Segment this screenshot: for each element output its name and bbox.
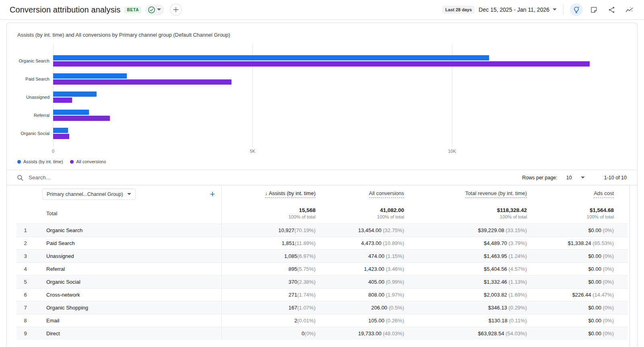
metric-cell: $1,463.95 (1.24%): [407, 253, 529, 259]
plus-icon: [173, 6, 179, 13]
metric-cell: $2,003.82 (1.69%): [407, 292, 529, 298]
channel-name: Direct: [34, 330, 60, 337]
metric-percent: (1.15%): [384, 253, 404, 259]
bar-group: [53, 88, 627, 106]
legend-dot-icon: [70, 160, 74, 164]
rows-per-page-select[interactable]: 10: [561, 173, 587, 182]
metric-cell: $5,404.56 (4.57%): [407, 266, 529, 272]
axis-tick-label: 10K: [448, 149, 456, 154]
metric-value: 2: [294, 318, 297, 324]
channel-name: Paid Search: [34, 240, 75, 246]
metric-cell: 0 (0%): [221, 327, 318, 340]
notes-button[interactable]: [587, 3, 601, 17]
metric-percent: (0%): [305, 330, 316, 337]
column-header-all-conversions[interactable]: All conversions: [318, 190, 407, 198]
metric-percent: (0%): [601, 227, 614, 233]
scrollbar-track[interactable]: [630, 185, 630, 347]
metric-cell: 405.00 (0.99%): [318, 279, 407, 285]
bar-all-conversions[interactable]: [53, 116, 110, 121]
metric-percent: (5.75%): [297, 266, 316, 272]
metric-value: 0: [301, 330, 304, 337]
sort-descending-icon: ↓: [265, 190, 268, 196]
metric-value: $0.00: [588, 318, 601, 324]
bar-assists[interactable]: [53, 73, 127, 79]
table-total-row: Total 15,568100% of total 41,082.00100% …: [17, 203, 627, 224]
trending-sparkline-icon: [625, 6, 634, 14]
column-header-total-revenue[interactable]: Total revenue (by int. time): [407, 190, 529, 198]
channel-name: Referral: [34, 266, 65, 272]
insights-button[interactable]: [570, 3, 583, 16]
row-index: 9: [17, 330, 34, 337]
metric-cell: $1,338.24 (85.53%): [529, 240, 616, 246]
metric-cell: 370 (2.38%): [221, 276, 318, 288]
table-row[interactable]: 3Unassigned1,085 (6.97%)474.00 (1.15%)$1…: [17, 249, 627, 262]
metric-percent: (0.99%): [384, 279, 404, 285]
metric-percent: (1.07%): [297, 305, 316, 311]
legend-item[interactable]: Assists (by int. time): [17, 159, 63, 164]
metric-percent: (48.03%): [382, 330, 404, 337]
legend-item[interactable]: All conversions: [70, 159, 106, 164]
metric-cell: $0.00 (0%): [529, 305, 616, 311]
metric-cell: 4,473.00 (10.89%): [318, 240, 407, 246]
metric-value: 1,085: [284, 253, 297, 259]
metric-cell: $0.00 (0%): [529, 253, 616, 259]
bar-assists[interactable]: [53, 128, 68, 133]
bar-chart: Organic SearchPaid SearchUnassignedRefer…: [17, 44, 627, 147]
bar-all-conversions[interactable]: [53, 61, 590, 66]
metric-percent: (3.46%): [384, 266, 404, 272]
metric-percent: (70.19%): [294, 227, 316, 233]
column-header-assists[interactable]: ↓Assists (by int. time): [221, 185, 318, 203]
legend-dot-icon: [17, 160, 21, 164]
bar-all-conversions[interactable]: [53, 134, 69, 139]
column-header-ads-cost[interactable]: Ads cost: [529, 190, 616, 198]
metric-cell: $63,928.54 (54.03%): [407, 330, 529, 337]
table-row[interactable]: 6Cross-network271 (1.74%)808.00 (1.97%)$…: [17, 288, 627, 301]
table-row[interactable]: 7Organic Shopping167 (1.07%)206.00 (0.5%…: [17, 301, 627, 314]
metric-value: $346.13: [488, 305, 507, 311]
metric-value: 1,851: [282, 240, 295, 246]
bar-assists[interactable]: [53, 55, 489, 60]
report-status-menu[interactable]: [145, 4, 164, 15]
date-range-picker[interactable]: Dec 15, 2025 - Jan 11, 2026: [479, 6, 557, 13]
table-row[interactable]: 9Direct0 (0%)19,733.00 (48.03%)$63,928.5…: [17, 327, 627, 340]
metric-cell: $346.13 (0.29%): [407, 305, 529, 311]
intelligence-button[interactable]: [622, 3, 636, 17]
dimension-selector[interactable]: Primary channel...Channel Group): [42, 189, 136, 200]
bar-assists[interactable]: [53, 91, 97, 97]
table-row[interactable]: 2Paid Search1,851 (11.89%)4,473.00 (10.8…: [17, 237, 627, 249]
beta-badge: BETA: [124, 6, 141, 13]
channel-name: Cross-network: [34, 292, 80, 298]
search-input[interactable]: [29, 175, 198, 181]
row-index: 7: [17, 305, 34, 311]
metric-value: 808.00: [368, 292, 384, 298]
metric-value: 1,423.00: [364, 266, 384, 272]
bar-all-conversions[interactable]: [53, 98, 72, 103]
bar-group: [53, 124, 627, 142]
chart-category-label: Paid Search: [17, 70, 53, 88]
metric-percent: (0.26%): [384, 318, 404, 324]
metric-value: $0.00: [588, 305, 601, 311]
bar-all-conversions[interactable]: [53, 79, 231, 85]
metric-percent: (0%): [601, 266, 614, 272]
metric-cell: $4,489.70 (3.79%): [407, 240, 529, 246]
metric-value: $0.00: [588, 330, 601, 337]
table-row[interactable]: 1Organic Search10,927 (70.19%)13,454.00 …: [17, 224, 627, 237]
report-card: Assists (by int. time) and All conversio…: [6, 23, 638, 347]
row-index: 5: [17, 279, 34, 285]
bar-assists[interactable]: [53, 110, 89, 115]
table-toolbar: Rows per page: 10 1-10 of 10: [7, 170, 637, 185]
metric-value: $0.00: [588, 266, 601, 272]
table-row[interactable]: 4Referral895 (5.75%)1,423.00 (3.46%)$5,4…: [17, 262, 627, 275]
metric-percent: (0%): [601, 318, 614, 324]
add-report-button[interactable]: [170, 4, 182, 16]
table-row[interactable]: 8Email2 (0.01%)105.00 (0.26%)$130.18 (0.…: [17, 314, 627, 327]
add-column-button[interactable]: +: [210, 190, 215, 199]
metric-value: 271: [289, 292, 297, 298]
share-button[interactable]: [605, 3, 618, 17]
metric-value: $0.00: [588, 279, 601, 285]
metric-cell: 1,085 (6.97%): [221, 250, 318, 262]
chart-category-label: Organic Search: [17, 52, 53, 70]
channel-name: Organic Shopping: [34, 305, 88, 311]
table-row[interactable]: 5Organic Social370 (2.38%)405.00 (0.99%)…: [17, 275, 627, 288]
metric-value: 370: [289, 279, 297, 285]
